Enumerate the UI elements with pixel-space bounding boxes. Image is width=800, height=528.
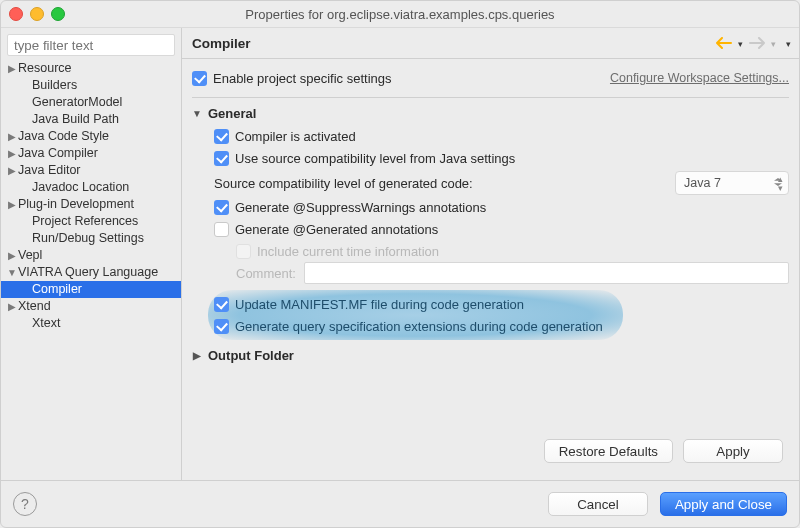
enable-project-settings-row: Enable project specific settings Configu… [192, 67, 789, 98]
highlighted-options: Update MANIFEST.MF file during code gene… [208, 290, 623, 340]
tree-item-label: Xtend [17, 298, 51, 315]
compat-level-label: Source compatibility level of generated … [214, 176, 473, 191]
select-stepper-icon: ▴▾ [778, 175, 783, 192]
tree-item-label: Javadoc Location [31, 179, 129, 196]
general-section-body: Compiler is activated Use source compati… [192, 121, 789, 340]
window-controls [9, 7, 65, 21]
properties-dialog: Properties for org.eclipse.viatra.exampl… [0, 0, 800, 528]
suppresswarnings-checkbox[interactable] [214, 200, 229, 215]
gen-query-ext-row: Generate query specification extensions … [214, 316, 603, 336]
source-compat-row: Use source compatibility level from Java… [214, 147, 789, 169]
output-folder-header[interactable]: ▶ Output Folder [192, 348, 789, 363]
general-section-header[interactable]: ▼ General [192, 106, 789, 121]
tree-item[interactable]: Run/Debug Settings [1, 230, 181, 247]
help-icon[interactable]: ? [13, 492, 37, 516]
chevron-right-icon: ▶ [7, 298, 17, 315]
source-compat-checkbox[interactable] [214, 151, 229, 166]
enable-project-settings-label: Enable project specific settings [213, 71, 391, 86]
chevron-right-icon: ▶ [7, 247, 17, 264]
comment-label: Comment: [236, 266, 296, 281]
tree-item-label: VIATRA Query Language [17, 264, 158, 281]
tree-item[interactable]: Compiler [1, 281, 181, 298]
titlebar[interactable]: Properties for org.eclipse.viatra.exampl… [1, 1, 799, 28]
tree-item[interactable]: ▶Java Code Style [1, 128, 181, 145]
tree-item-label: Xtext [31, 315, 61, 332]
nav-forward-icon [749, 36, 765, 50]
apply-and-close-button[interactable]: Apply and Close [660, 492, 787, 516]
general-section-title: General [208, 106, 256, 121]
category-tree[interactable]: ▶ResourceBuildersGeneratorModelJava Buil… [1, 60, 181, 480]
panel-header: Compiler ▾ ▾ ▾ [182, 28, 799, 59]
tree-item-label: Java Editor [17, 162, 81, 179]
nav-forward-menu-icon: ▾ [771, 39, 776, 49]
chevron-right-icon: ▶ [192, 350, 202, 361]
tree-item[interactable]: GeneratorModel [1, 94, 181, 111]
generated-row: Generate @Generated annotations [214, 218, 789, 240]
nav-back-icon[interactable] [716, 36, 732, 50]
update-manifest-label: Update MANIFEST.MF file during code gene… [235, 297, 524, 312]
filter-container [7, 34, 175, 56]
minimize-window-icon[interactable] [30, 7, 44, 21]
filter-input[interactable] [7, 34, 175, 56]
include-time-checkbox [236, 244, 251, 259]
comment-input[interactable] [304, 262, 789, 284]
restore-defaults-button[interactable]: Restore Defaults [544, 439, 673, 463]
update-manifest-row: Update MANIFEST.MF file during code gene… [214, 294, 603, 314]
zoom-window-icon[interactable] [51, 7, 65, 21]
tree-item[interactable]: ▶Java Editor [1, 162, 181, 179]
gen-query-ext-checkbox[interactable] [214, 319, 229, 334]
compiler-activated-row: Compiler is activated [214, 125, 789, 147]
compat-level-row: Source compatibility level of generated … [214, 169, 789, 196]
close-window-icon[interactable] [9, 7, 23, 21]
tree-item[interactable]: Xtext [1, 315, 181, 332]
tree-item-label: GeneratorModel [31, 94, 122, 111]
tree-item-label: Java Compiler [17, 145, 98, 162]
view-menu-icon[interactable]: ▾ [786, 39, 791, 49]
compiler-activated-checkbox[interactable] [214, 129, 229, 144]
tree-item[interactable]: Javadoc Location [1, 179, 181, 196]
enable-project-settings-checkbox[interactable] [192, 71, 207, 86]
output-folder-title: Output Folder [208, 348, 294, 363]
chevron-right-icon: ▶ [7, 128, 17, 145]
update-manifest-checkbox[interactable] [214, 297, 229, 312]
panel-body: Enable project specific settings Configu… [182, 59, 799, 480]
tree-item[interactable]: Java Build Path [1, 111, 181, 128]
tree-item-label: Project References [31, 213, 138, 230]
tree-item-label: Plug-in Development [17, 196, 134, 213]
nav-back-menu-icon[interactable]: ▾ [738, 39, 743, 49]
tree-item[interactable]: Builders [1, 77, 181, 94]
source-compat-label: Use source compatibility level from Java… [235, 151, 515, 166]
tree-item[interactable]: ▶Plug-in Development [1, 196, 181, 213]
chevron-right-icon: ▶ [7, 60, 17, 77]
inner-actions: Restore Defaults Apply [192, 433, 789, 471]
tree-item[interactable]: Project References [1, 213, 181, 230]
general-section: ▼ General Compiler is activated Use sour… [192, 106, 789, 340]
apply-button[interactable]: Apply [683, 439, 783, 463]
panel-title: Compiler [192, 36, 251, 51]
compat-level-select[interactable]: Java 7 ▴▾ [675, 171, 789, 195]
include-time-row: Include current time information [214, 240, 789, 262]
cancel-button[interactable]: Cancel [548, 492, 648, 516]
compat-level-value: Java 7 [684, 176, 721, 190]
settings-panel: Compiler ▾ ▾ ▾ Enable project specif [182, 28, 799, 480]
configure-workspace-link[interactable]: Configure Workspace Settings... [610, 71, 789, 85]
comment-row: Comment: [214, 262, 789, 284]
chevron-down-icon: ▼ [7, 264, 17, 281]
include-time-label: Include current time information [257, 244, 439, 259]
suppresswarnings-row: Generate @SuppressWarnings annotations [214, 196, 789, 218]
panel-toolbar: ▾ ▾ ▾ [716, 36, 791, 50]
tree-item[interactable]: ▶Java Compiler [1, 145, 181, 162]
tree-item[interactable]: ▶Vepl [1, 247, 181, 264]
tree-item-label: Resource [17, 60, 72, 77]
output-folder-section: ▶ Output Folder [192, 348, 789, 363]
tree-item-label: Run/Debug Settings [31, 230, 144, 247]
tree-item[interactable]: ▶Resource [1, 60, 181, 77]
tree-item-label: Compiler [31, 281, 82, 298]
chevron-right-icon: ▶ [7, 162, 17, 179]
footer-buttons: Cancel Apply and Close [548, 492, 787, 516]
generated-checkbox[interactable] [214, 222, 229, 237]
tree-item[interactable]: ▶Xtend [1, 298, 181, 315]
tree-item[interactable]: ▼VIATRA Query Language [1, 264, 181, 281]
chevron-right-icon: ▶ [7, 196, 17, 213]
chevron-right-icon: ▶ [7, 145, 17, 162]
